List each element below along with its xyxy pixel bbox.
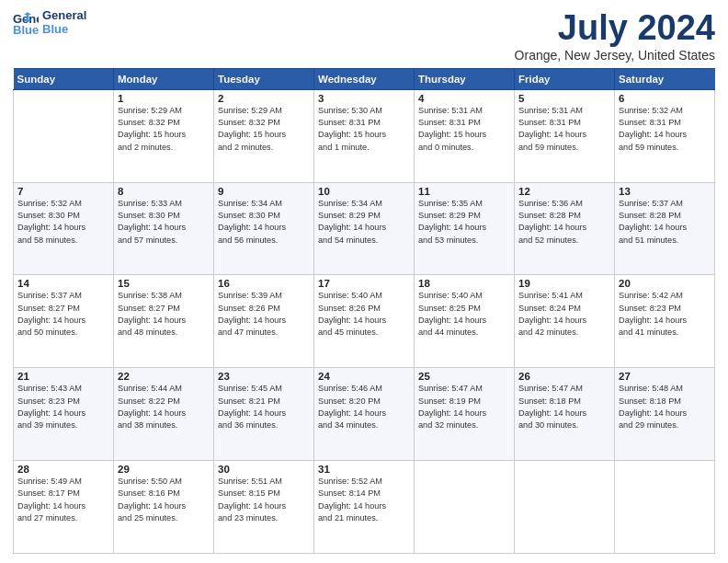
day-info: Sunrise: 5:37 AM Sunset: 8:28 PM Dayligh… — [619, 198, 711, 247]
day-info: Sunrise: 5:33 AM Sunset: 8:30 PM Dayligh… — [118, 198, 210, 247]
day-cell: 24Sunrise: 5:46 AM Sunset: 8:20 PM Dayli… — [314, 368, 415, 461]
logo-blue: Blue — [42, 23, 86, 37]
day-info: Sunrise: 5:48 AM Sunset: 8:18 PM Dayligh… — [619, 383, 711, 431]
day-number: 25 — [418, 371, 510, 382]
day-number: 23 — [218, 371, 310, 382]
calendar-table: SundayMondayTuesdayWednesdayThursdayFrid… — [13, 68, 715, 554]
day-cell: 7Sunrise: 5:32 AM Sunset: 8:30 PM Daylig… — [14, 182, 114, 275]
day-number: 30 — [218, 464, 310, 475]
day-cell — [14, 89, 114, 182]
day-number: 8 — [118, 186, 210, 197]
calendar-page: General Blue General Blue July 2024 Oran… — [0, 0, 728, 563]
svg-text:Blue: Blue — [13, 23, 39, 36]
month-title: July 2024 — [515, 9, 715, 48]
day-cell: 28Sunrise: 5:49 AM Sunset: 8:17 PM Dayli… — [14, 461, 114, 554]
logo: General Blue General Blue — [13, 9, 86, 37]
day-number: 26 — [518, 371, 610, 382]
day-info: Sunrise: 5:31 AM Sunset: 8:31 PM Dayligh… — [518, 105, 610, 154]
day-number: 14 — [17, 278, 109, 289]
day-info: Sunrise: 5:38 AM Sunset: 8:27 PM Dayligh… — [118, 290, 210, 339]
day-info: Sunrise: 5:43 AM Sunset: 8:23 PM Dayligh… — [17, 383, 109, 431]
day-number: 21 — [17, 371, 109, 382]
logo-general: General — [42, 9, 86, 23]
day-info: Sunrise: 5:40 AM Sunset: 8:25 PM Dayligh… — [418, 290, 510, 339]
day-info: Sunrise: 5:51 AM Sunset: 8:15 PM Dayligh… — [218, 476, 310, 524]
day-number: 27 — [619, 371, 711, 382]
day-info: Sunrise: 5:29 AM Sunset: 8:32 PM Dayligh… — [118, 105, 210, 154]
day-cell: 20Sunrise: 5:42 AM Sunset: 8:23 PM Dayli… — [615, 275, 715, 368]
week-row-2: 7Sunrise: 5:32 AM Sunset: 8:30 PM Daylig… — [14, 182, 715, 275]
day-cell: 11Sunrise: 5:35 AM Sunset: 8:29 PM Dayli… — [415, 182, 515, 275]
day-number: 24 — [318, 371, 410, 382]
day-cell: 16Sunrise: 5:39 AM Sunset: 8:26 PM Dayli… — [214, 275, 314, 368]
day-info: Sunrise: 5:32 AM Sunset: 8:30 PM Dayligh… — [17, 198, 109, 247]
location: Orange, New Jersey, United States — [515, 48, 715, 63]
day-cell: 25Sunrise: 5:47 AM Sunset: 8:19 PM Dayli… — [415, 368, 515, 461]
day-cell: 5Sunrise: 5:31 AM Sunset: 8:31 PM Daylig… — [515, 89, 615, 182]
week-row-1: 1Sunrise: 5:29 AM Sunset: 8:32 PM Daylig… — [14, 89, 715, 182]
title-block: July 2024 Orange, New Jersey, United Sta… — [515, 9, 715, 63]
day-number: 7 — [17, 186, 109, 197]
day-info: Sunrise: 5:41 AM Sunset: 8:24 PM Dayligh… — [518, 290, 610, 339]
weekday-header-friday: Friday — [515, 68, 615, 89]
day-cell: 10Sunrise: 5:34 AM Sunset: 8:29 PM Dayli… — [314, 182, 415, 275]
day-cell: 27Sunrise: 5:48 AM Sunset: 8:18 PM Dayli… — [615, 368, 715, 461]
day-cell: 30Sunrise: 5:51 AM Sunset: 8:15 PM Dayli… — [214, 461, 314, 554]
weekday-header-wednesday: Wednesday — [314, 68, 415, 89]
day-number: 3 — [318, 93, 410, 104]
weekday-header-sunday: Sunday — [14, 68, 114, 89]
weekday-header-row: SundayMondayTuesdayWednesdayThursdayFrid… — [14, 68, 715, 89]
day-info: Sunrise: 5:32 AM Sunset: 8:31 PM Dayligh… — [619, 105, 711, 154]
day-cell: 1Sunrise: 5:29 AM Sunset: 8:32 PM Daylig… — [114, 89, 214, 182]
day-number: 29 — [118, 464, 210, 475]
day-cell: 17Sunrise: 5:40 AM Sunset: 8:26 PM Dayli… — [314, 275, 415, 368]
day-cell: 12Sunrise: 5:36 AM Sunset: 8:28 PM Dayli… — [515, 182, 615, 275]
day-number: 16 — [218, 278, 310, 289]
day-info: Sunrise: 5:29 AM Sunset: 8:32 PM Dayligh… — [218, 105, 310, 154]
logo-icon: General Blue — [13, 10, 39, 36]
day-number: 13 — [619, 186, 711, 197]
day-info: Sunrise: 5:39 AM Sunset: 8:26 PM Dayligh… — [218, 290, 310, 339]
day-number: 19 — [518, 278, 610, 289]
day-cell: 21Sunrise: 5:43 AM Sunset: 8:23 PM Dayli… — [14, 368, 114, 461]
day-cell — [415, 461, 515, 554]
day-number: 31 — [318, 464, 410, 475]
day-info: Sunrise: 5:37 AM Sunset: 8:27 PM Dayligh… — [17, 290, 109, 339]
day-info: Sunrise: 5:47 AM Sunset: 8:18 PM Dayligh… — [518, 383, 610, 431]
week-row-5: 28Sunrise: 5:49 AM Sunset: 8:17 PM Dayli… — [14, 461, 715, 554]
day-info: Sunrise: 5:44 AM Sunset: 8:22 PM Dayligh… — [118, 383, 210, 431]
week-row-3: 14Sunrise: 5:37 AM Sunset: 8:27 PM Dayli… — [14, 275, 715, 368]
day-number: 10 — [318, 186, 410, 197]
day-number: 17 — [318, 278, 410, 289]
day-info: Sunrise: 5:36 AM Sunset: 8:28 PM Dayligh… — [518, 198, 610, 247]
day-cell: 4Sunrise: 5:31 AM Sunset: 8:31 PM Daylig… — [415, 89, 515, 182]
day-cell: 8Sunrise: 5:33 AM Sunset: 8:30 PM Daylig… — [114, 182, 214, 275]
day-info: Sunrise: 5:35 AM Sunset: 8:29 PM Dayligh… — [418, 198, 510, 247]
day-cell: 19Sunrise: 5:41 AM Sunset: 8:24 PM Dayli… — [515, 275, 615, 368]
day-cell: 9Sunrise: 5:34 AM Sunset: 8:30 PM Daylig… — [214, 182, 314, 275]
day-number: 22 — [118, 371, 210, 382]
weekday-header-tuesday: Tuesday — [214, 68, 314, 89]
day-number: 1 — [118, 93, 210, 104]
weekday-header-saturday: Saturday — [615, 68, 715, 89]
day-number: 9 — [218, 186, 310, 197]
weekday-header-thursday: Thursday — [415, 68, 515, 89]
day-cell — [515, 461, 615, 554]
day-number: 28 — [17, 464, 109, 475]
day-info: Sunrise: 5:47 AM Sunset: 8:19 PM Dayligh… — [418, 383, 510, 431]
day-cell: 26Sunrise: 5:47 AM Sunset: 8:18 PM Dayli… — [515, 368, 615, 461]
day-info: Sunrise: 5:50 AM Sunset: 8:16 PM Dayligh… — [118, 476, 210, 524]
week-row-4: 21Sunrise: 5:43 AM Sunset: 8:23 PM Dayli… — [14, 368, 715, 461]
day-info: Sunrise: 5:31 AM Sunset: 8:31 PM Dayligh… — [418, 105, 510, 154]
day-number: 12 — [518, 186, 610, 197]
header: General Blue General Blue July 2024 Oran… — [13, 9, 715, 63]
day-info: Sunrise: 5:40 AM Sunset: 8:26 PM Dayligh… — [318, 290, 410, 339]
day-number: 5 — [518, 93, 610, 104]
day-number: 4 — [418, 93, 510, 104]
day-cell: 3Sunrise: 5:30 AM Sunset: 8:31 PM Daylig… — [314, 89, 415, 182]
day-cell: 14Sunrise: 5:37 AM Sunset: 8:27 PM Dayli… — [14, 275, 114, 368]
day-number: 20 — [619, 278, 711, 289]
day-info: Sunrise: 5:30 AM Sunset: 8:31 PM Dayligh… — [318, 105, 410, 154]
day-cell: 15Sunrise: 5:38 AM Sunset: 8:27 PM Dayli… — [114, 275, 214, 368]
day-info: Sunrise: 5:46 AM Sunset: 8:20 PM Dayligh… — [318, 383, 410, 431]
